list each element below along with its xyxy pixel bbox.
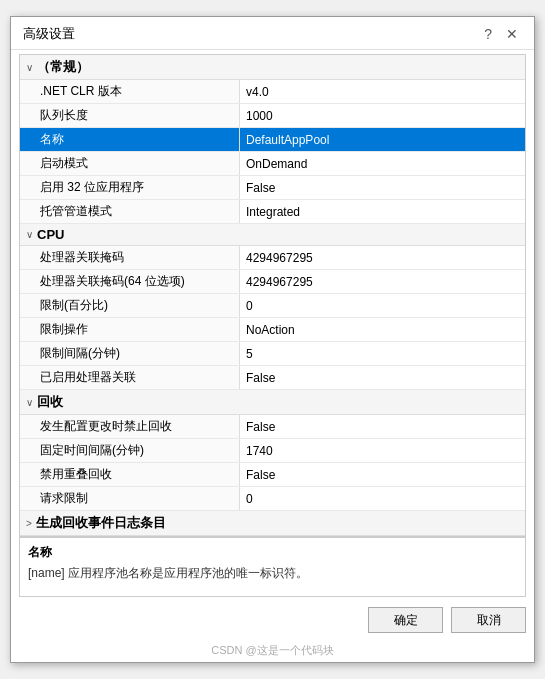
prop-value: NoAction — [240, 318, 525, 341]
description-title: 名称 — [28, 544, 517, 561]
prop-name: 已启用处理器关联 — [20, 366, 240, 389]
prop-name: 启用 32 位应用程序 — [20, 176, 240, 199]
table-row[interactable]: 名称 DefaultAppPool — [20, 128, 525, 152]
prop-name: 请求限制 — [20, 487, 240, 510]
prop-value: False — [240, 176, 525, 199]
prop-name: 处理器关联掩码 — [20, 246, 240, 269]
close-button[interactable]: ✕ — [502, 27, 522, 41]
prop-name: 固定时间间隔(分钟) — [20, 439, 240, 462]
cancel-button[interactable]: 取消 — [451, 607, 526, 633]
prop-value: False — [240, 415, 525, 438]
table-row[interactable]: 处理器关联掩码 4294967295 — [20, 246, 525, 270]
table-row[interactable]: 已启用处理器关联 False — [20, 366, 525, 390]
table-row[interactable]: 队列长度 1000 — [20, 104, 525, 128]
prop-name: .NET CLR 版本 — [20, 80, 240, 103]
watermark: CSDN @这是一个代码块 — [11, 641, 534, 662]
prop-name: 名称 — [20, 128, 240, 151]
description-area: 名称 [name] 应用程序池名称是应用程序池的唯一标识符。 — [19, 537, 526, 597]
prop-name: 限制操作 — [20, 318, 240, 341]
section-title: 回收 — [37, 393, 63, 411]
section-title: 生成回收事件日志条目 — [36, 514, 166, 532]
dialog-title: 高级设置 — [23, 25, 75, 43]
prop-name: 限制间隔(分钟) — [20, 342, 240, 365]
prop-value: False — [240, 366, 525, 389]
section-header-event_log[interactable]: > 生成回收事件日志条目 — [20, 511, 525, 536]
button-bar: 确定 取消 — [11, 601, 534, 641]
section-toggle: > — [26, 518, 32, 529]
prop-name: 启动模式 — [20, 152, 240, 175]
prop-value: Integrated — [240, 200, 525, 223]
table-row[interactable]: 启用 32 位应用程序 False — [20, 176, 525, 200]
table-row[interactable]: 禁用重叠回收 False — [20, 463, 525, 487]
prop-value: 0 — [240, 487, 525, 510]
table-row[interactable]: 限制操作 NoAction — [20, 318, 525, 342]
title-controls: ? ✕ — [480, 27, 522, 41]
prop-value: 4294967295 — [240, 270, 525, 293]
prop-name: 托管管道模式 — [20, 200, 240, 223]
prop-name: 发生配置更改时禁止回收 — [20, 415, 240, 438]
table-row[interactable]: 限制(百分比) 0 — [20, 294, 525, 318]
prop-value: 4294967295 — [240, 246, 525, 269]
section-toggle: ∨ — [26, 62, 33, 73]
table-row[interactable]: 处理器关联掩码(64 位选项) 4294967295 — [20, 270, 525, 294]
section-header-general[interactable]: ∨ （常规） — [20, 55, 525, 80]
table-row[interactable]: 固定时间间隔(分钟) 1740 — [20, 439, 525, 463]
prop-value: DefaultAppPool — [240, 128, 525, 151]
help-button[interactable]: ? — [480, 27, 496, 41]
table-row[interactable]: 请求限制 0 — [20, 487, 525, 511]
property-grid[interactable]: ∨ （常规） .NET CLR 版本 v4.0 队列长度 1000 名称 Def… — [19, 54, 526, 537]
section-title: CPU — [37, 227, 64, 242]
table-row[interactable]: 发生配置更改时禁止回收 False — [20, 415, 525, 439]
table-row[interactable]: .NET CLR 版本 v4.0 — [20, 80, 525, 104]
section-header-cpu[interactable]: ∨ CPU — [20, 224, 525, 246]
prop-name: 处理器关联掩码(64 位选项) — [20, 270, 240, 293]
prop-name: 队列长度 — [20, 104, 240, 127]
prop-name: 禁用重叠回收 — [20, 463, 240, 486]
prop-value: v4.0 — [240, 80, 525, 103]
ok-button[interactable]: 确定 — [368, 607, 443, 633]
table-row[interactable]: 限制间隔(分钟) 5 — [20, 342, 525, 366]
section-header-recycling[interactable]: ∨ 回收 — [20, 390, 525, 415]
prop-name: 限制(百分比) — [20, 294, 240, 317]
section-toggle: ∨ — [26, 397, 33, 408]
content-area: ∨ （常规） .NET CLR 版本 v4.0 队列长度 1000 名称 Def… — [11, 50, 534, 662]
table-row[interactable]: 启动模式 OnDemand — [20, 152, 525, 176]
prop-value: 1740 — [240, 439, 525, 462]
description-text: [name] 应用程序池名称是应用程序池的唯一标识符。 — [28, 565, 517, 582]
prop-value: False — [240, 463, 525, 486]
advanced-settings-dialog: 高级设置 ? ✕ ∨ （常规） .NET CLR 版本 v4.0 队列长度 10… — [10, 16, 535, 663]
prop-value: 0 — [240, 294, 525, 317]
prop-value: 5 — [240, 342, 525, 365]
section-toggle: ∨ — [26, 229, 33, 240]
prop-value: 1000 — [240, 104, 525, 127]
section-title: （常规） — [37, 58, 89, 76]
table-row[interactable]: 托管管道模式 Integrated — [20, 200, 525, 224]
title-bar: 高级设置 ? ✕ — [11, 17, 534, 50]
prop-value: OnDemand — [240, 152, 525, 175]
